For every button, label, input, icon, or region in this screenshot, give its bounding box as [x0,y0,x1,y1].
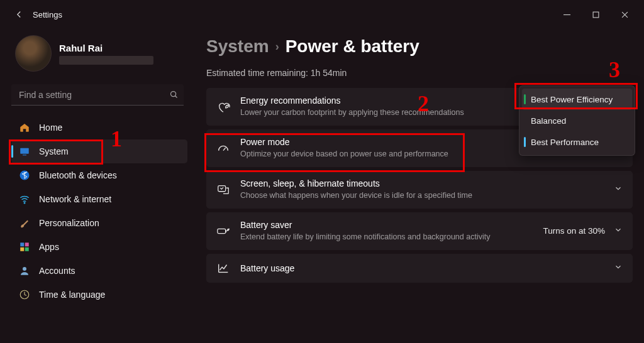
apps-icon [19,241,30,253]
svg-rect-3 [23,155,26,155]
avatar [15,35,52,72]
dropdown-option-balanced[interactable]: Balanced [522,110,632,131]
card-title: Battery usage [240,263,604,273]
nav-label: Bluetooth & devices [39,170,117,180]
wifi-icon [19,193,30,205]
titlebar: Settings [0,0,644,29]
card-desc: Extend battery life by limiting some not… [240,232,533,242]
account-email-blurred [59,56,153,65]
gauge-icon [216,141,230,155]
home-icon [19,122,30,133]
arrow-left-icon [13,9,25,20]
card-title: Energy recommendations [240,95,541,106]
battery-leaf-icon [216,224,230,238]
nav-list: Home System Bluetooth & devices Network … [11,116,187,307]
card-title: Battery saver [240,220,533,230]
leaf-heart-icon [216,100,230,114]
svg-rect-9 [25,248,29,251]
card-battery-usage[interactable]: Battery usage [206,254,633,283]
card-title: Screen, sleep, & hibernate timeouts [240,178,604,188]
nav-label: Apps [39,242,59,252]
card-battery-saver[interactable]: Battery saver Extend battery life by lim… [206,212,633,250]
system-icon [19,146,30,157]
search-icon [169,90,179,99]
accounts-icon [19,265,30,276]
estimated-time-line: Estimated time remaining: 1h 54min [206,68,633,78]
search-box[interactable] [11,84,184,106]
nav-item-apps[interactable]: Apps [11,235,187,259]
nav-label: Time & language [39,290,105,300]
option-label: Balanced [531,116,566,126]
svg-point-5 [24,202,25,204]
nav-item-personalization[interactable]: Personalization [11,211,187,235]
nav-item-time-language[interactable]: Time & language [11,283,187,307]
nav-item-bluetooth[interactable]: Bluetooth & devices [11,163,187,187]
svg-rect-7 [25,242,29,246]
option-label: Best Power Efficiency [531,95,613,104]
nav-label: System [39,146,69,156]
account-block[interactable]: Rahul Rai [11,29,187,75]
breadcrumb: System › Power & battery [206,36,633,57]
card-desc: Choose what happens when your device is … [240,190,604,201]
card-screen-sleep[interactable]: Screen, sleep, & hibernate timeouts Choo… [206,171,633,209]
svg-rect-6 [20,242,24,246]
screen-sleep-icon [216,183,230,197]
main-content: System › Power & battery Estimated time … [195,29,644,343]
breadcrumb-parent[interactable]: System [206,36,269,57]
dropdown-option-best-power-efficiency[interactable]: Best Power Efficiency [522,89,632,110]
chart-line-icon [216,261,230,275]
card-desc: Lower your carbon footprint by applying … [240,107,541,118]
back-button[interactable] [8,3,30,26]
svg-rect-2 [20,148,29,154]
sidebar: Rahul Rai Home System Bluetooth & device… [0,29,195,343]
window-title: Settings [33,10,62,19]
chevron-down-icon [614,184,623,195]
close-button[interactable] [610,4,639,25]
svg-rect-13 [218,229,226,233]
nav-item-accounts[interactable]: Accounts [11,259,187,283]
svg-rect-0 [593,12,599,18]
bluetooth-icon [19,170,30,181]
chevron-right-icon: › [275,40,279,53]
account-name: Rahul Rai [59,43,153,53]
brush-icon [19,217,30,229]
svg-rect-8 [20,248,24,251]
nav-label: Home [39,122,62,133]
dropdown-option-best-performance[interactable]: Best Performance [522,131,632,153]
svg-point-1 [171,92,176,97]
breadcrumb-current: Power & battery [286,36,419,57]
clock-globe-icon [19,289,30,300]
nav-label: Network & internet [39,194,111,204]
minimize-button[interactable] [552,4,581,25]
nav-item-system[interactable]: System [11,139,187,163]
nav-item-home[interactable]: Home [11,116,187,139]
chevron-down-icon [614,263,623,273]
nav-label: Accounts [39,266,75,276]
nav-label: Personalization [39,218,99,228]
option-label: Best Performance [531,138,599,147]
maximize-button[interactable] [581,4,610,25]
svg-point-10 [23,267,26,271]
chevron-down-icon [614,226,623,236]
battery-saver-status: Turns on at 30% [543,226,605,236]
nav-item-network[interactable]: Network & internet [11,187,187,211]
search-input[interactable] [19,90,169,100]
power-mode-dropdown[interactable]: Best Power Efficiency Balanced Best Perf… [519,85,635,156]
